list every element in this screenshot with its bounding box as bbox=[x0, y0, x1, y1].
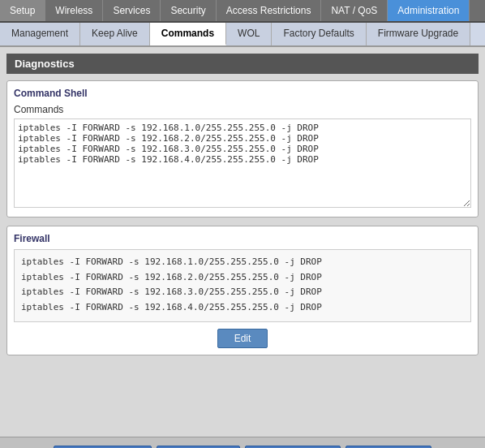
tab-wireless[interactable]: Wireless bbox=[45, 0, 103, 21]
firewall-line-1: iptables -I FORWARD -s 192.168.1.0/255.2… bbox=[21, 255, 464, 270]
commands-textarea[interactable]: iptables -I FORWARD -s 192.168.1.0/255.2… bbox=[14, 118, 471, 208]
firewall-line-2: iptables -I FORWARD -s 192.168.2.0/255.2… bbox=[21, 270, 464, 286]
command-shell-title: Command Shell bbox=[14, 88, 471, 99]
tab-security[interactable]: Security bbox=[161, 0, 216, 21]
tab-services[interactable]: Services bbox=[103, 0, 161, 21]
diagnostics-header: Diagnostics bbox=[6, 54, 479, 74]
tab-nat-qos[interactable]: NAT / QoS bbox=[321, 0, 388, 21]
tab-setup[interactable]: Setup bbox=[0, 0, 45, 21]
firewall-panel: Firewall iptables -I FORWARD -s 192.168.… bbox=[6, 226, 479, 355]
tab-wol[interactable]: WOL bbox=[226, 23, 272, 45]
edit-button[interactable]: Edit bbox=[217, 329, 268, 348]
firewall-content: iptables -I FORWARD -s 192.168.1.0/255.2… bbox=[14, 249, 471, 322]
tab-commands[interactable]: Commands bbox=[150, 23, 226, 45]
top-nav: Setup Wireless Services Security Access … bbox=[0, 0, 485, 23]
sub-nav: Management Keep Alive Commands WOL Facto… bbox=[0, 23, 485, 47]
tab-access-restrictions[interactable]: Access Restrictions bbox=[217, 0, 322, 21]
commands-label: Commands bbox=[14, 104, 471, 115]
action-bar: Run Commands Save Startup Save Shutdown … bbox=[0, 437, 485, 448]
command-shell-panel: Command Shell Commands iptables -I FORWA… bbox=[6, 80, 479, 218]
page-body: Diagnostics Command Shell Commands iptab… bbox=[0, 47, 485, 437]
tab-factory-defaults[interactable]: Factory Defaults bbox=[272, 23, 366, 45]
firewall-title: Firewall bbox=[14, 233, 471, 244]
tab-firmware-upgrade[interactable]: Firmware Upgrade bbox=[367, 23, 470, 45]
firewall-line-3: iptables -I FORWARD -s 192.168.3.0/255.2… bbox=[21, 285, 464, 300]
edit-row: Edit bbox=[14, 329, 471, 348]
tab-management[interactable]: Management bbox=[0, 23, 80, 45]
tab-administration[interactable]: Administration bbox=[388, 0, 470, 21]
tab-keep-alive[interactable]: Keep Alive bbox=[80, 23, 150, 45]
firewall-line-4: iptables -I FORWARD -s 192.168.4.0/255.2… bbox=[21, 300, 464, 316]
